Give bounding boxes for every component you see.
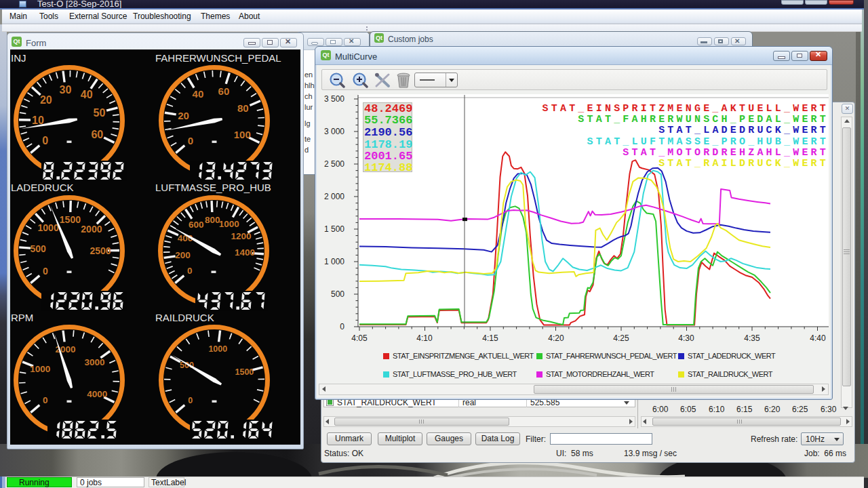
- svg-text:1000: 1000: [30, 364, 50, 374]
- svg-text:30: 30: [60, 84, 72, 96]
- svg-text:1000: 1000: [37, 222, 58, 232]
- svg-text:1200: 1200: [231, 230, 251, 241]
- svg-text:500: 500: [30, 243, 46, 253]
- svg-text:800: 800: [204, 214, 220, 224]
- svg-text:0: 0: [187, 266, 193, 276]
- svg-text:4000: 4000: [87, 389, 107, 399]
- svg-text:40: 40: [81, 89, 93, 100]
- svg-text:50: 50: [94, 107, 106, 119]
- svg-text:20: 20: [40, 94, 52, 106]
- svg-text:1500: 1500: [59, 214, 80, 225]
- svg-text:80: 80: [237, 102, 248, 114]
- svg-text:60: 60: [91, 129, 103, 140]
- svg-text:20: 20: [178, 110, 189, 121]
- svg-text:2000: 2000: [81, 223, 102, 234]
- svg-text:3000: 3000: [84, 357, 104, 367]
- svg-text:600: 600: [188, 220, 203, 230]
- svg-text:0: 0: [188, 396, 193, 405]
- svg-text:500: 500: [180, 361, 194, 370]
- svg-text:0: 0: [187, 135, 193, 146]
- svg-text:0: 0: [43, 395, 48, 405]
- svg-text:200: 200: [175, 249, 191, 260]
- svg-text:40: 40: [192, 88, 203, 100]
- svg-text:1000: 1000: [218, 218, 239, 228]
- svg-text:100: 100: [233, 129, 250, 140]
- svg-text:1500: 1500: [235, 367, 254, 377]
- svg-text:1400: 1400: [234, 247, 254, 258]
- svg-text:0: 0: [42, 135, 48, 146]
- svg-text:0: 0: [42, 265, 47, 276]
- svg-text:60: 60: [218, 85, 229, 97]
- svg-text:2500: 2500: [90, 245, 111, 256]
- svg-text:1000: 1000: [208, 344, 227, 354]
